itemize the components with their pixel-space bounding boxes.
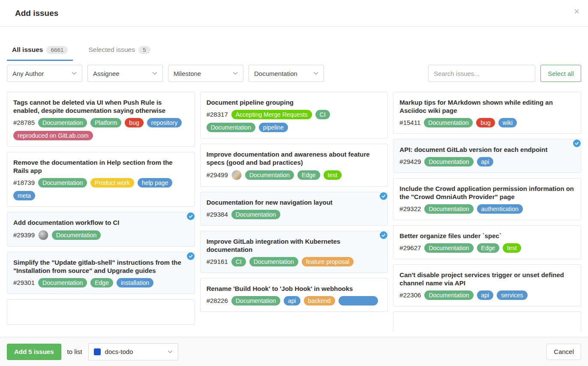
issue-label[interactable]: Product work xyxy=(90,178,134,188)
search-issues-input[interactable] xyxy=(428,65,535,82)
issue-meta: #29384 Documentation xyxy=(207,210,382,219)
issue-meta: #29399 Documentation xyxy=(13,230,189,240)
issue-label[interactable]: Documentation xyxy=(245,170,294,180)
issue-label[interactable]: api xyxy=(477,290,494,300)
issue-label[interactable] xyxy=(339,296,378,306)
milestone-filter-dropdown[interactable]: Milestone xyxy=(168,65,243,82)
issue-id: #28785 xyxy=(13,118,35,127)
issue-meta: #15411 Documentationbugwiki xyxy=(399,118,575,127)
modal-header: Add issues × xyxy=(0,0,588,27)
issue-label[interactable]: CI xyxy=(231,257,246,266)
issue-label[interactable]: authentication xyxy=(477,204,523,214)
issue-label[interactable]: Edge xyxy=(90,278,113,287)
issue-label[interactable]: installation xyxy=(117,278,153,287)
add-issues-button[interactable]: Add 5 issues xyxy=(7,344,61,360)
issue-card[interactable]: Improve GitLab integration with Kubernet… xyxy=(200,231,388,273)
issue-card[interactable]: Remove the documentation in Help section… xyxy=(7,152,195,207)
issue-label[interactable]: Platform xyxy=(90,118,121,127)
issue-card[interactable]: Tags cannot be deleted via UI when Push … xyxy=(7,92,195,147)
filter-bar: Any Author Assignee Milestone Documentat… xyxy=(0,61,588,86)
issue-title: Document pipeline grouping xyxy=(207,98,382,106)
issue-id: #18739 xyxy=(13,178,35,188)
issue-label[interactable]: Documentation xyxy=(38,178,87,188)
issue-meta: #28785 DocumentationPlatformbugrepositor… xyxy=(13,118,189,140)
issue-card[interactable]: Document pipeline grouping #28317 Accept… xyxy=(200,92,388,139)
cancel-button[interactable]: Cancel xyxy=(546,344,581,360)
issue-card[interactable]: Include the Crowd application permission… xyxy=(393,178,581,220)
board-column: Tags cannot be deleted via UI when Push … xyxy=(7,92,195,331)
issue-card[interactable]: Add documentation workflow to CI #29399 … xyxy=(7,212,195,247)
selected-check-icon xyxy=(186,212,195,221)
issue-label[interactable]: Documentation xyxy=(38,278,87,287)
label-filter-label: Documentation xyxy=(254,70,297,77)
issue-meta: #22306 Documentationapiservices xyxy=(399,290,575,300)
issue-id: #29399 xyxy=(13,230,35,240)
issue-card-clipped[interactable] xyxy=(7,299,195,325)
select-all-button[interactable]: Select all xyxy=(540,65,581,82)
issue-card[interactable]: Simplify the "Update gitlab-shell" instr… xyxy=(7,252,195,294)
issue-label[interactable]: test xyxy=(503,243,521,253)
label-filter-dropdown[interactable]: Documentation xyxy=(249,65,324,82)
issue-label[interactable]: Documentation xyxy=(231,210,280,219)
assignee-filter-dropdown[interactable]: Assignee xyxy=(87,65,163,82)
issue-label[interactable]: feature proposal xyxy=(302,257,354,266)
selected-check-icon xyxy=(186,251,195,261)
issue-id: #29627 xyxy=(399,243,421,253)
issue-label[interactable]: services xyxy=(497,290,527,300)
to-list-label: to list xyxy=(67,348,82,355)
issue-card[interactable]: Rename 'Build Hook' to 'Job Hook' in web… xyxy=(200,278,388,312)
issue-label[interactable]: Documentation xyxy=(424,290,473,300)
issue-label[interactable]: Documentation xyxy=(424,157,473,166)
list-select-dropdown[interactable]: docs-todo xyxy=(88,343,178,360)
issue-meta: #29499 DocumentationEdgetest xyxy=(207,170,382,180)
chevron-down-icon xyxy=(72,72,77,75)
issue-label[interactable]: Documentation xyxy=(424,204,473,214)
issue-title: API: document GitLab version for each en… xyxy=(399,145,575,154)
issue-label[interactable]: reproduced on GitLab.com xyxy=(13,131,93,140)
issue-label[interactable]: Documentation xyxy=(424,118,473,127)
issue-label[interactable]: Documentation xyxy=(52,230,101,240)
issue-title: Improve documentation and awareness abou… xyxy=(207,150,382,166)
close-icon[interactable]: × xyxy=(574,7,579,16)
issue-label[interactable]: Documentation xyxy=(207,123,255,132)
issue-label[interactable]: pipeline xyxy=(259,123,288,132)
list-color-swatch xyxy=(94,348,101,355)
issue-id: #29429 xyxy=(399,157,421,166)
tab-count-badge: 6661 xyxy=(46,46,68,54)
issue-label[interactable]: wiki xyxy=(498,118,517,127)
issue-label[interactable]: Documentation xyxy=(231,296,280,306)
issue-label[interactable]: help page xyxy=(138,178,173,188)
issue-label[interactable]: meta xyxy=(13,191,35,200)
issue-card[interactable]: Can't disable project services trigger o… xyxy=(393,264,581,306)
issue-label[interactable]: Edge xyxy=(297,170,320,180)
issue-card[interactable]: API: document GitLab version for each en… xyxy=(393,139,581,173)
issue-label[interactable]: Accepting Merge Requests xyxy=(231,110,312,119)
issue-label[interactable]: bug xyxy=(476,118,495,127)
modal-title: Add issues xyxy=(15,9,58,18)
issue-label[interactable]: Documentation xyxy=(424,243,473,253)
issue-label[interactable]: bug xyxy=(125,118,143,127)
issue-card[interactable]: Better organize files under `spec` #2962… xyxy=(393,225,581,259)
issue-meta: #29301 DocumentationEdgeinstallation xyxy=(13,278,189,287)
issue-board-columns: Tags cannot be deleted via UI when Push … xyxy=(7,92,581,331)
issue-label[interactable]: test xyxy=(324,170,342,180)
issue-label[interactable]: Documentation xyxy=(38,118,87,127)
issue-card[interactable]: Documentation for new navigation layout … xyxy=(200,192,388,226)
issue-card-clipped[interactable] xyxy=(393,312,581,331)
tab-selected-issues[interactable]: Selected issues 5 xyxy=(83,46,155,61)
issue-label[interactable]: repository xyxy=(147,118,182,127)
issue-label[interactable]: api xyxy=(477,157,494,166)
author-filter-dropdown[interactable]: Any Author xyxy=(7,65,82,82)
issue-label[interactable]: CI xyxy=(315,110,330,119)
issue-label[interactable]: api xyxy=(284,296,300,306)
tab-count-badge: 5 xyxy=(138,46,150,54)
issue-card[interactable]: Markup tips for MArkdown shown while edi… xyxy=(393,92,581,134)
issue-card[interactable]: Improve documentation and awareness abou… xyxy=(200,144,388,187)
tab-all-issues[interactable]: All issues 6661 xyxy=(7,46,73,61)
issue-id: #28317 xyxy=(207,110,228,119)
issue-label[interactable]: Documentation xyxy=(249,257,298,266)
issue-title: Improve GitLab integration with Kubernet… xyxy=(207,237,382,254)
issue-label[interactable]: Edge xyxy=(477,243,500,253)
issue-label[interactable]: backend xyxy=(304,296,335,306)
issue-meta: #29161 CIDocumentationfeature proposal xyxy=(207,257,382,266)
